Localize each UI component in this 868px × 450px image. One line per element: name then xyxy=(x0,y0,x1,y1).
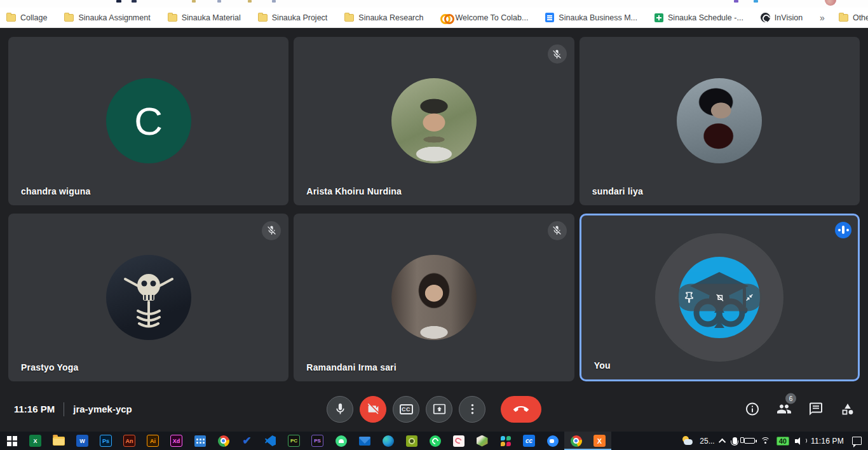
tray-wifi-icon[interactable] xyxy=(761,437,771,445)
excel-icon: X xyxy=(29,435,41,447)
taskbar-slack[interactable] xyxy=(494,432,517,450)
taskbar-excel[interactable]: X xyxy=(24,432,47,450)
chrome-icon xyxy=(218,435,229,447)
tray-mic-icon[interactable] xyxy=(733,437,737,444)
taskbar-file-explorer[interactable] xyxy=(47,432,71,450)
participant-tile-prastyo[interactable]: Prastyo Yoga xyxy=(8,214,288,382)
bookmark-sinauka-material[interactable]: Sinauka Material xyxy=(168,13,241,22)
taskbar-calendar[interactable] xyxy=(188,432,212,450)
bookmarks-overflow-chevron-icon[interactable]: » xyxy=(820,13,825,23)
browser-profile-avatar[interactable] xyxy=(825,0,836,6)
tray-battery-icon[interactable] xyxy=(744,438,755,444)
info-icon xyxy=(745,402,760,417)
tray-expand-chevron-icon[interactable] xyxy=(719,438,726,445)
more-options-button[interactable] xyxy=(459,396,485,423)
taskbar-zoom[interactable] xyxy=(541,432,564,450)
bookmark-colab[interactable]: Welcome To Colab... xyxy=(440,13,528,22)
captions-button[interactable]: CC xyxy=(393,396,419,423)
mic-button[interactable] xyxy=(327,396,353,423)
taskbar-edge[interactable] xyxy=(376,432,400,450)
participants-button[interactable]: 6 xyxy=(776,401,792,417)
participant-name: Prastyo Yoga xyxy=(21,362,79,372)
taskbar-photoshop[interactable]: Ps xyxy=(94,432,118,450)
bookmark-sinauka-schedule[interactable]: Sinauka Schedule -... xyxy=(654,13,743,22)
avatar xyxy=(677,78,762,163)
other-bookmarks-button[interactable]: Other bookmarks xyxy=(839,13,868,22)
taskbar-xampp[interactable]: X xyxy=(588,432,611,450)
google-docs-icon xyxy=(545,13,554,22)
participant-tile-you[interactable]: You xyxy=(580,214,860,382)
ui-fragment xyxy=(734,0,738,3)
tray-temperature[interactable]: 25... xyxy=(700,437,714,446)
clock-time: 11:16 PM xyxy=(14,404,55,414)
start-button[interactable] xyxy=(0,432,24,450)
folder-icon xyxy=(344,14,354,22)
hexagon-icon xyxy=(477,435,488,447)
divider xyxy=(64,402,64,416)
folder-icon xyxy=(6,14,16,22)
taskbar-chrome[interactable] xyxy=(212,432,235,450)
participant-name: Ramandani Irma sari xyxy=(306,362,397,372)
call-controls: CC xyxy=(327,396,541,423)
participant-tile-ramandani[interactable]: Ramandani Irma sari xyxy=(294,214,574,382)
taskbar-adobe-xd[interactable]: Xd xyxy=(165,432,188,450)
taskbar-todo[interactable]: ✔ xyxy=(235,432,259,450)
mic-off-icon xyxy=(266,225,277,236)
bookmark-label: Sinauka Business M... xyxy=(559,13,637,22)
thumbnail-off-icon[interactable] xyxy=(714,291,726,303)
audio-level-indicator xyxy=(835,222,851,238)
camera-off-button[interactable] xyxy=(360,396,386,423)
taskbar-illustrator[interactable]: Ai xyxy=(141,432,165,450)
taskbar-sketch-app[interactable] xyxy=(447,432,470,450)
taskbar-animate[interactable]: An xyxy=(118,432,141,450)
mic-muted-badge xyxy=(262,221,281,240)
participant-tile-chandra-wiguna[interactable]: C chandra wiguna xyxy=(8,37,288,205)
chat-button[interactable] xyxy=(808,401,824,417)
meeting-details-button[interactable] xyxy=(744,401,760,417)
battery-percent-badge[interactable]: 40 xyxy=(776,437,789,446)
action-center-icon[interactable] xyxy=(852,437,862,445)
present-button[interactable] xyxy=(426,396,452,423)
activities-button[interactable] xyxy=(839,401,855,417)
tray-volume-icon[interactable] xyxy=(795,437,805,445)
whatsapp-icon xyxy=(430,435,441,447)
ui-fragment xyxy=(116,0,121,3)
folder-icon xyxy=(258,14,268,22)
participant-grid: C chandra wiguna Arista Khoiru Nurdina s… xyxy=(8,37,860,381)
meet-bottom-bar: 11:16 PM jra-ymek-ycp CC 6 xyxy=(0,386,868,432)
taskbar-phpstorm[interactable]: PS xyxy=(306,432,329,450)
camera-off-icon xyxy=(367,402,380,416)
participant-count-badge: 6 xyxy=(785,393,796,404)
bookmark-collage[interactable]: Collage xyxy=(6,13,47,22)
taskbar-mail[interactable] xyxy=(353,432,376,450)
bookmark-label: Welcome To Colab... xyxy=(455,13,528,22)
taskbar-word[interactable]: W xyxy=(71,432,94,450)
xampp-icon: X xyxy=(593,435,606,447)
taskbar-creative-cloud[interactable]: cc xyxy=(517,432,541,450)
taskbar-android[interactable] xyxy=(329,432,353,450)
audio-bar xyxy=(846,229,849,231)
tray-clock[interactable]: 11:16 PM xyxy=(811,437,844,446)
weather-icon[interactable] xyxy=(681,436,694,446)
pin-icon[interactable] xyxy=(683,291,695,303)
participant-tile-sundari[interactable]: sundari liya xyxy=(580,37,860,205)
mail-icon xyxy=(359,437,370,446)
phpstorm-icon: PS xyxy=(311,435,323,447)
captions-icon: CC xyxy=(400,404,413,414)
taskbar-whatsapp[interactable] xyxy=(423,432,447,450)
bookmark-sinauka-project[interactable]: Sinauka Project xyxy=(258,13,328,22)
bookmark-invision[interactable]: InVision xyxy=(761,13,803,22)
bookmark-sinauka-business[interactable]: Sinauka Business M... xyxy=(545,13,637,22)
minimize-icon[interactable] xyxy=(743,291,756,303)
taskbar-vscode[interactable] xyxy=(259,432,282,450)
taskbar-hexagon-app[interactable] xyxy=(470,432,494,450)
hangup-button[interactable] xyxy=(501,396,541,423)
bookmark-sinauka-research[interactable]: Sinauka Research xyxy=(344,13,423,22)
participant-tile-arista[interactable]: Arista Khoiru Nurdina xyxy=(294,37,574,205)
taskbar-droidcam[interactable] xyxy=(400,432,423,450)
windows-logo-icon xyxy=(7,436,17,446)
bookmark-sinauka-assignment[interactable]: Sinauka Assignment xyxy=(64,13,150,22)
meeting-info: 11:16 PM jra-ymek-ycp xyxy=(14,402,132,416)
taskbar-chrome-active[interactable] xyxy=(564,432,588,450)
taskbar-pycharm[interactable]: PC xyxy=(282,432,306,450)
